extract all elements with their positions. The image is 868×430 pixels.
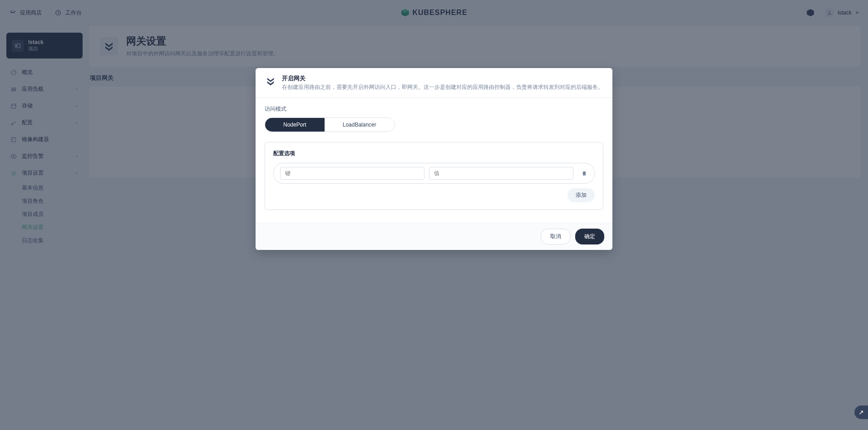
cancel-button[interactable]: 取消 <box>541 229 571 244</box>
help-fab[interactable]: ↗ <box>854 406 868 419</box>
modal-header: 开启网关 在创建应用路由之前，需要先开启外网访问入口，即网关。这一步是创建对应的… <box>256 68 612 98</box>
mode-nodeport[interactable]: NodePort <box>265 118 325 132</box>
modal-footer: 取消 确定 <box>256 223 612 250</box>
access-mode-label: 访问模式 <box>265 105 603 113</box>
enable-gateway-modal: 开启网关 在创建应用路由之前，需要先开启外网访问入口，即网关。这一步是创建对应的… <box>256 68 612 250</box>
modal-title: 开启网关 <box>282 74 603 83</box>
modal-body: 访问模式 NodePort LoadBalancer 配置选项 添加 <box>256 98 612 223</box>
kv-row <box>273 163 595 184</box>
value-input[interactable] <box>429 167 573 180</box>
mode-loadbalancer[interactable]: LoadBalancer <box>325 118 395 132</box>
config-title: 配置选项 <box>273 150 595 157</box>
gateway-icon <box>265 75 276 87</box>
modal-header-texts: 开启网关 在创建应用路由之前，需要先开启外网访问入口，即网关。这一步是创建对应的… <box>282 74 603 91</box>
modal-overlay: 开启网关 在创建应用路由之前，需要先开启外网访问入口，即网关。这一步是创建对应的… <box>0 0 868 430</box>
key-input[interactable] <box>280 167 424 180</box>
add-row-wrap: 添加 <box>273 188 595 202</box>
add-button[interactable]: 添加 <box>567 188 595 202</box>
arrow-icon: ↗ <box>858 409 864 416</box>
delete-row-button[interactable] <box>578 167 591 180</box>
trash-icon <box>581 170 587 176</box>
modal-desc: 在创建应用路由之前，需要先开启外网访问入口，即网关。这一步是创建对应的应用路由控… <box>282 83 603 91</box>
access-mode-segment: NodePort LoadBalancer <box>265 117 395 132</box>
confirm-button[interactable]: 确定 <box>575 229 604 244</box>
config-options-box: 配置选项 添加 <box>265 142 603 210</box>
